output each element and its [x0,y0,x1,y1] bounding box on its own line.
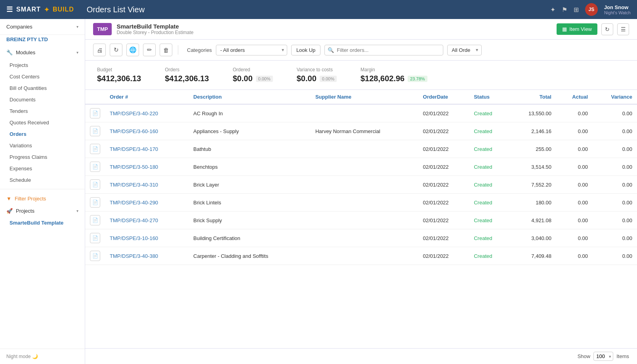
sidebar-projects-header[interactable]: 🚀 Projects ▾ [0,205,85,217]
col-orderdate[interactable]: OrderDate [418,90,469,104]
row-icon-cell: 📄 [85,176,105,194]
hamburger-icon[interactable]: ☰ [6,5,13,14]
row-doc-icon[interactable]: 📄 [90,126,100,136]
row-supplier [311,212,418,229]
table-row: 📄 TMP/DSPE/3-10-160 Building Certificati… [85,229,637,247]
row-variance: 0.00 [593,194,637,212]
col-variance[interactable]: Variance [593,90,637,104]
row-order[interactable]: TMP/DSPE/3-50-180 [105,158,189,176]
item-view-button[interactable]: ▦ Item View [557,23,597,35]
margin-value: $128,602.96 23.78% [360,74,427,83]
row-order[interactable]: TMP/DSPE/3-40-270 [105,212,189,229]
sidebar-breinz[interactable]: BREINZ PTY LTD [0,35,85,46]
sidebar-item-documents[interactable]: Documents [0,94,85,105]
search-input[interactable] [324,45,443,55]
sidebar-item-tenders[interactable]: Tenders [0,105,85,117]
sidebar-filter-projects[interactable]: ▼ Filter Projects [0,192,85,205]
row-total: 13,550.00 [509,104,556,122]
projects-label: Projects [16,208,34,214]
sidebar-item-cost-centers[interactable]: Cost Centers [0,71,85,82]
summary-orders: Orders $412,306.13 [165,67,209,83]
project-name: SmarteBuild Template [116,23,193,30]
row-icon-cell: 📄 [85,140,105,158]
row-date: 02/01/2022 [418,158,469,176]
sidebar-item-variations[interactable]: Variations [0,140,85,151]
row-actual: 0.00 [556,194,593,212]
user-subtitle: Night's Watch [604,10,631,15]
row-status: Created [469,158,509,176]
sidebar-item-progress-claims[interactable]: Progress Claims [0,151,85,163]
topnav: ☰ SMART✦BUILD Orders List View ✦ ⚑ ⊞ JS … [0,0,637,19]
row-total: 255.00 [509,140,556,158]
orders-table-container: Order # Description Supplier Name OrderD… [85,90,637,348]
edit-button[interactable]: ✏ [143,44,156,56]
summary-margin: Margin $128,602.96 23.78% [360,67,427,83]
table-row: 📄 TMP/DSPE/3-40-290 Brick Lintels 02/01/… [85,194,637,212]
col-description[interactable]: Description [189,90,311,104]
row-order[interactable]: TMP/DSPE/3-40-170 [105,140,189,158]
night-mode-toggle[interactable]: Night mode 🌙 [0,349,85,364]
row-order[interactable]: TMP/DSPE/3-40-310 [105,176,189,194]
columns-button[interactable]: ☰ [617,23,629,35]
row-actual: 0.00 [556,140,593,158]
refresh-button[interactable]: ↻ [601,23,613,35]
filter-label: Filter Projects [15,196,46,202]
toolbar: 🖨 ↻ 🌐 ✏ 🗑 Categories - All orders Look U… [85,40,637,61]
grid-icon[interactable]: ⊞ [574,6,579,13]
row-variance: 0.00 [593,212,637,229]
row-doc-icon[interactable]: 📄 [90,215,100,225]
row-actual: 0.00 [556,176,593,194]
refresh-toolbar-button[interactable]: ↻ [110,44,122,56]
sidebar-item-schedule[interactable]: Schedule [0,174,85,186]
show-label: Show [578,353,591,359]
page-header-actions: ▦ Item View ↻ ☰ [557,23,629,35]
sidebar-company[interactable]: Companies ▾ [0,19,85,35]
chevron-down-icon: ▾ [76,25,78,29]
col-status[interactable]: Status [469,90,509,104]
row-doc-icon[interactable]: 📄 [90,108,100,118]
col-supplier[interactable]: Supplier Name [311,90,418,104]
allorders-button[interactable]: All Orde [447,45,482,55]
row-doc-icon[interactable]: 📄 [90,197,100,208]
show-select[interactable]: 100 50 25 [593,352,613,361]
row-total: 7,409.48 [509,247,556,265]
row-variance: 0.00 [593,140,637,158]
row-order[interactable]: TMP/DSPE/3-10-160 [105,229,189,247]
row-doc-icon[interactable]: 📄 [90,162,100,172]
lookup-button[interactable]: Look Up [291,45,320,55]
page-header: TMP SmarteBuild Template Double Storey -… [85,19,637,40]
sidebar-item-quotes-received[interactable]: Quotes Received [0,117,85,128]
row-order[interactable]: TMP/DSPE/3-40-220 [105,104,189,122]
sidebar-modules-header[interactable]: 🔧 Modules ▾ [0,46,85,59]
row-icon-cell: 📄 [85,122,105,140]
row-doc-icon[interactable]: 📄 [90,144,100,154]
row-doc-icon[interactable]: 📄 [90,251,100,261]
row-description: Building Certification [189,229,311,247]
sidebar-template[interactable]: SmarteBuild Template [0,217,85,229]
globe-button[interactable]: 🌐 [126,44,139,56]
col-order[interactable]: Order # [105,90,189,104]
row-order[interactable]: TMP/DSPE/3-60-160 [105,122,189,140]
delete-button[interactable]: 🗑 [160,44,172,56]
col-actual[interactable]: Actual [556,90,593,104]
nav-brand[interactable]: ☰ SMART✦BUILD [6,5,74,14]
print-button[interactable]: 🖨 [93,44,106,56]
sidebar-item-orders[interactable]: Orders [0,128,85,140]
plus-icon[interactable]: ✦ [550,6,555,13]
row-order[interactable]: TMP/DSPE/3-40-380 [105,247,189,265]
row-order[interactable]: TMP/DSPE/3-40-290 [105,194,189,212]
sidebar-item-bill-of-quantities[interactable]: Bill of Quantities [0,82,85,94]
col-icon [85,90,105,104]
row-date: 02/01/2022 [418,122,469,140]
avatar[interactable]: JS [585,3,598,16]
categories-select[interactable]: - All orders [216,45,287,55]
flag-icon[interactable]: ⚑ [562,6,567,13]
row-doc-icon[interactable]: 📄 [90,179,100,190]
row-description: Brick Supply [189,212,311,229]
sidebar-item-expenses[interactable]: Expenses [0,163,85,174]
sidebar-item-projects[interactable]: Projects [0,59,85,71]
row-status: Created [469,212,509,229]
row-doc-icon[interactable]: 📄 [90,233,100,243]
col-total[interactable]: Total [509,90,556,104]
row-supplier [311,176,418,194]
